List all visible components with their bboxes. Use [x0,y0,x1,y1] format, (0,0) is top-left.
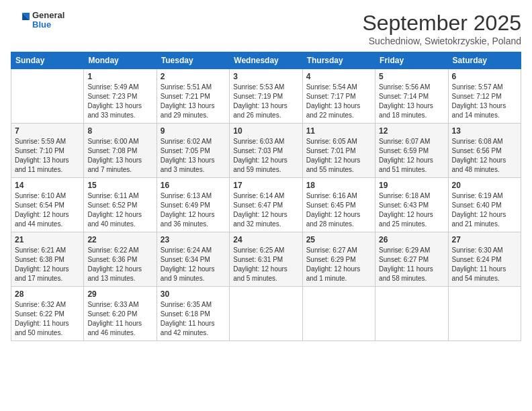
logo-icon [11,11,30,30]
day-number: 28 [15,289,80,299]
day-number: 13 [452,126,517,136]
day-info: Sunrise: 6:00 AM Sunset: 7:08 PM Dayligh… [87,137,152,175]
day-number: 25 [306,235,371,244]
calendar-cell: 24Sunrise: 6:25 AM Sunset: 6:31 PM Dayli… [230,232,302,287]
day-info: Sunrise: 6:22 AM Sunset: 6:36 PM Dayligh… [87,246,152,283]
calendar-cell: 12Sunrise: 6:07 AM Sunset: 6:59 PM Dayli… [375,124,448,178]
day-info: Sunrise: 6:02 AM Sunset: 7:05 PM Dayligh… [161,137,226,175]
day-info: Sunrise: 5:49 AM Sunset: 7:23 PM Dayligh… [87,83,152,120]
day-info: Sunrise: 6:27 AM Sunset: 6:29 PM Dayligh… [306,246,371,283]
day-number: 6 [452,72,517,81]
page-header: General Blue September 2025 Suchedniow, … [11,11,521,46]
calendar-header-row: SundayMondayTuesdayWednesdayThursdayFrid… [11,52,521,69]
calendar-cell: 6Sunrise: 5:57 AM Sunset: 7:12 PM Daylig… [448,69,521,124]
calendar-cell: 9Sunrise: 6:02 AM Sunset: 7:05 PM Daylig… [157,124,229,178]
calendar-week-row: 1Sunrise: 5:49 AM Sunset: 7:23 PM Daylig… [11,69,521,124]
calendar-cell: 20Sunrise: 6:19 AM Sunset: 6:40 PM Dayli… [448,178,521,232]
day-number: 14 [15,181,80,190]
calendar-cell: 16Sunrise: 6:13 AM Sunset: 6:49 PM Dayli… [157,178,229,232]
day-info: Sunrise: 6:24 AM Sunset: 6:34 PM Dayligh… [161,246,226,283]
calendar-cell: 1Sunrise: 5:49 AM Sunset: 7:23 PM Daylig… [84,69,157,124]
column-header-wednesday: Wednesday [230,52,302,69]
calendar-week-row: 21Sunrise: 6:21 AM Sunset: 6:38 PM Dayli… [11,232,521,287]
day-number: 21 [15,235,80,244]
day-number: 1 [87,72,152,81]
day-info: Sunrise: 6:07 AM Sunset: 6:59 PM Dayligh… [379,137,444,175]
calendar-week-row: 28Sunrise: 6:32 AM Sunset: 6:22 PM Dayli… [11,287,521,341]
calendar-week-row: 7Sunrise: 5:59 AM Sunset: 7:10 PM Daylig… [11,124,521,178]
day-info: Sunrise: 6:30 AM Sunset: 6:24 PM Dayligh… [452,246,517,283]
logo-blue: Blue [32,20,64,30]
calendar-cell: 17Sunrise: 6:14 AM Sunset: 6:47 PM Dayli… [230,178,302,232]
day-number: 26 [379,235,444,244]
column-header-sunday: Sunday [11,52,84,69]
calendar-cell: 7Sunrise: 5:59 AM Sunset: 7:10 PM Daylig… [11,124,84,178]
day-number: 20 [452,181,517,190]
calendar-cell [11,69,84,124]
day-number: 7 [15,126,80,136]
day-number: 12 [379,126,444,136]
location-subtitle: Suchedniow, Swietokrzyskie, Poland [362,36,521,46]
day-info: Sunrise: 6:14 AM Sunset: 6:47 PM Dayligh… [233,191,298,229]
day-number: 5 [379,72,444,81]
column-header-monday: Monday [84,52,157,69]
day-info: Sunrise: 6:05 AM Sunset: 7:01 PM Dayligh… [306,137,371,175]
day-info: Sunrise: 5:56 AM Sunset: 7:14 PM Dayligh… [379,83,444,120]
day-info: Sunrise: 6:32 AM Sunset: 6:22 PM Dayligh… [15,300,80,338]
logo: General Blue [11,11,64,30]
day-number: 17 [233,181,298,190]
calendar-cell: 14Sunrise: 6:10 AM Sunset: 6:54 PM Dayli… [11,178,84,232]
day-info: Sunrise: 6:33 AM Sunset: 6:20 PM Dayligh… [87,300,152,338]
day-number: 27 [452,235,517,244]
day-info: Sunrise: 6:08 AM Sunset: 6:56 PM Dayligh… [452,137,517,175]
day-number: 30 [161,289,226,299]
day-info: Sunrise: 6:03 AM Sunset: 7:03 PM Dayligh… [233,137,298,175]
day-number: 29 [87,289,152,299]
day-number: 22 [87,235,152,244]
calendar-cell: 8Sunrise: 6:00 AM Sunset: 7:08 PM Daylig… [84,124,157,178]
calendar-cell [375,287,448,341]
calendar-cell: 10Sunrise: 6:03 AM Sunset: 7:03 PM Dayli… [230,124,302,178]
calendar-cell: 28Sunrise: 6:32 AM Sunset: 6:22 PM Dayli… [11,287,84,341]
day-number: 16 [161,181,226,190]
day-number: 8 [87,126,152,136]
day-number: 18 [306,181,371,190]
day-info: Sunrise: 6:25 AM Sunset: 6:31 PM Dayligh… [233,246,298,283]
day-number: 4 [306,72,371,81]
calendar-cell: 23Sunrise: 6:24 AM Sunset: 6:34 PM Dayli… [157,232,229,287]
day-info: Sunrise: 6:21 AM Sunset: 6:38 PM Dayligh… [15,246,80,283]
column-header-thursday: Thursday [302,52,375,69]
calendar-cell [230,287,302,341]
column-header-tuesday: Tuesday [157,52,229,69]
month-title: September 2025 [362,11,521,36]
calendar-cell: 25Sunrise: 6:27 AM Sunset: 6:29 PM Dayli… [302,232,375,287]
day-info: Sunrise: 6:19 AM Sunset: 6:40 PM Dayligh… [452,191,517,229]
day-number: 3 [233,72,298,81]
logo-general: General [32,11,64,20]
day-info: Sunrise: 6:18 AM Sunset: 6:43 PM Dayligh… [379,191,444,229]
calendar-cell: 15Sunrise: 6:11 AM Sunset: 6:52 PM Dayli… [84,178,157,232]
day-number: 24 [233,235,298,244]
calendar-cell: 2Sunrise: 5:51 AM Sunset: 7:21 PM Daylig… [157,69,229,124]
calendar-cell: 22Sunrise: 6:22 AM Sunset: 6:36 PM Dayli… [84,232,157,287]
calendar-cell: 29Sunrise: 6:33 AM Sunset: 6:20 PM Dayli… [84,287,157,341]
day-info: Sunrise: 5:53 AM Sunset: 7:19 PM Dayligh… [233,83,298,120]
calendar-cell: 30Sunrise: 6:35 AM Sunset: 6:18 PM Dayli… [157,287,229,341]
day-number: 15 [87,181,152,190]
day-number: 19 [379,181,444,190]
calendar-cell [302,287,375,341]
title-block: September 2025 Suchedniow, Swietokrzyski… [362,11,521,46]
calendar-week-row: 14Sunrise: 6:10 AM Sunset: 6:54 PM Dayli… [11,178,521,232]
day-info: Sunrise: 6:11 AM Sunset: 6:52 PM Dayligh… [87,191,152,229]
calendar-cell: 21Sunrise: 6:21 AM Sunset: 6:38 PM Dayli… [11,232,84,287]
calendar-cell: 26Sunrise: 6:29 AM Sunset: 6:27 PM Dayli… [375,232,448,287]
calendar-cell: 5Sunrise: 5:56 AM Sunset: 7:14 PM Daylig… [375,69,448,124]
day-info: Sunrise: 5:59 AM Sunset: 7:10 PM Dayligh… [15,137,80,175]
column-header-saturday: Saturday [448,52,521,69]
day-info: Sunrise: 6:13 AM Sunset: 6:49 PM Dayligh… [161,191,226,229]
day-number: 11 [306,126,371,136]
day-number: 10 [233,126,298,136]
calendar-cell: 4Sunrise: 5:54 AM Sunset: 7:17 PM Daylig… [302,69,375,124]
calendar-cell: 13Sunrise: 6:08 AM Sunset: 6:56 PM Dayli… [448,124,521,178]
calendar-cell: 19Sunrise: 6:18 AM Sunset: 6:43 PM Dayli… [375,178,448,232]
